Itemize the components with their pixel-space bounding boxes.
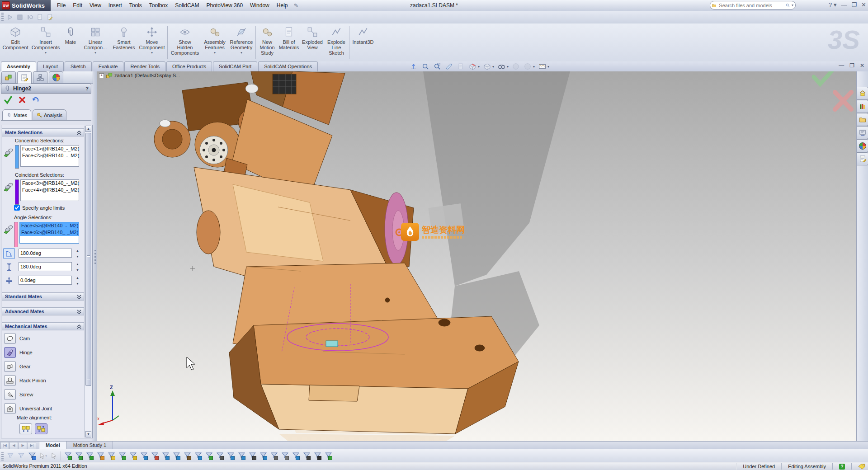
selection-filter-icon[interactable] bbox=[62, 451, 73, 461]
dropdown-arrow-icon[interactable]: ▾ bbox=[151, 51, 153, 55]
confirm-cancel-icon[interactable] bbox=[835, 92, 851, 109]
tab-mates[interactable]: Mates bbox=[2, 109, 31, 120]
panel-splitter[interactable] bbox=[93, 71, 97, 441]
help-icon[interactable]: ? bbox=[85, 86, 89, 91]
tab-motion-study-1[interactable]: Motion Study 1 bbox=[67, 442, 113, 449]
toolbar-grip[interactable] bbox=[1, 13, 4, 22]
section-view-icon[interactable] bbox=[444, 62, 453, 70]
angle-input[interactable] bbox=[19, 249, 72, 258]
collapse-icon[interactable] bbox=[76, 130, 82, 136]
close-button[interactable]: ✕ bbox=[861, 1, 866, 8]
menu-solidcam[interactable]: SolidCAM bbox=[171, 0, 203, 11]
selection-filter-icon[interactable] bbox=[182, 451, 193, 461]
minimize-button[interactable]: — bbox=[841, 1, 847, 8]
search-input[interactable] bbox=[718, 2, 784, 9]
selection-filter-icon[interactable] bbox=[214, 451, 225, 461]
graphics-viewport[interactable]: Z x + zadaca1 (Default<Display S... 智造资料… bbox=[97, 71, 856, 441]
mate-type-screw[interactable]: Screw bbox=[4, 388, 85, 401]
group-mechanical-mates[interactable]: Mechanical Mates bbox=[2, 322, 84, 330]
mate-type-hinge[interactable]: Hinge bbox=[4, 346, 85, 359]
select-tool-icon[interactable]: ▾ bbox=[38, 451, 48, 461]
mate-type-cam[interactable]: Cam bbox=[4, 332, 85, 345]
tab-model[interactable]: Model bbox=[39, 442, 67, 449]
cmd-reference-geometry[interactable]: Reference Geometry▾ bbox=[228, 24, 255, 61]
macro-pause-icon[interactable] bbox=[25, 12, 35, 22]
dropdown-arrow-icon[interactable]: ▾ bbox=[214, 51, 216, 55]
tab-render-tools[interactable]: Render Tools bbox=[124, 61, 165, 71]
help-menu-icon[interactable]: ? ▾ bbox=[829, 1, 836, 8]
minimum-value-input[interactable] bbox=[19, 276, 72, 285]
ok-button[interactable] bbox=[4, 95, 13, 104]
search-icon[interactable] bbox=[786, 2, 790, 8]
view-settings-icon[interactable] bbox=[538, 62, 547, 70]
list-item[interactable]: Face<1>@IRB140_-_M2( bbox=[21, 146, 79, 152]
selection-filter-icon[interactable] bbox=[236, 451, 247, 461]
scroll-up-arrow[interactable]: ▲ bbox=[85, 126, 91, 132]
tab-layout[interactable]: Layout bbox=[37, 61, 64, 71]
tab-appearances[interactable] bbox=[49, 71, 63, 83]
doc-restore-button[interactable]: ❐ bbox=[849, 62, 854, 69]
dropdown-arrow-icon[interactable]: ▾ bbox=[241, 51, 242, 55]
specify-angle-limits-checkbox[interactable] bbox=[14, 205, 20, 211]
selection-filter-icon[interactable] bbox=[203, 451, 214, 461]
cmd-new-motion-study[interactable]: New Motion Study bbox=[257, 24, 278, 61]
tab-office-products[interactable]: Office Products bbox=[166, 61, 212, 71]
selection-filter-icon[interactable] bbox=[106, 451, 117, 461]
tags-icon[interactable] bbox=[858, 464, 865, 470]
menu-view[interactable]: View bbox=[86, 0, 105, 11]
doc-minimize-button[interactable]: — bbox=[839, 62, 844, 69]
menu-photoview360[interactable]: PhotoView 360 bbox=[203, 0, 247, 11]
tab-design-library[interactable] bbox=[857, 100, 868, 113]
hide-show-items-icon[interactable] bbox=[497, 62, 506, 70]
selection-filter-icon[interactable] bbox=[312, 451, 323, 461]
selection-filter-icon[interactable] bbox=[149, 451, 160, 461]
dropdown-arrow-icon[interactable]: ▾ bbox=[45, 51, 47, 55]
list-item[interactable]: Face<3>@IRB140_-_M2( bbox=[21, 180, 79, 187]
tab-solidcam-operations[interactable]: SolidCAM Operations bbox=[258, 61, 318, 71]
mate-type-universal-joint[interactable]: Universal Joint bbox=[4, 402, 85, 415]
menu-tools[interactable]: Tools bbox=[126, 0, 146, 11]
undo-button[interactable] bbox=[32, 96, 40, 104]
tab-assembly[interactable]: Assembly bbox=[1, 61, 36, 71]
dropdown-arrow-icon[interactable]: ▾ bbox=[94, 51, 96, 55]
expand-icon[interactable] bbox=[76, 309, 82, 315]
collapse-icon[interactable] bbox=[76, 324, 82, 329]
angle-selection-list[interactable]: Face<5>@IRB140_-_M2( Face<6>@IRB140_-_M2… bbox=[19, 222, 79, 244]
tab-custom-properties[interactable] bbox=[857, 152, 868, 165]
selection-filter-icon[interactable] bbox=[290, 451, 301, 461]
group-mate-selections[interactable]: Mate Selections bbox=[2, 128, 84, 136]
cmd-assembly-features[interactable]: Assembly Features▾ bbox=[201, 24, 228, 61]
selection-filter-icon[interactable] bbox=[301, 451, 312, 461]
restore-button[interactable]: ❐ bbox=[851, 1, 857, 8]
selection-filter-icon[interactable] bbox=[279, 451, 290, 461]
clear-all-filters-icon[interactable] bbox=[16, 451, 27, 461]
mate-type-gear[interactable]: Gear bbox=[4, 360, 85, 373]
list-item[interactable]: Face<4>@IRB140_-_M2( bbox=[21, 187, 79, 193]
selection-filter-icon[interactable] bbox=[84, 451, 95, 461]
macro-record-icon[interactable] bbox=[35, 12, 45, 22]
zoom-to-area-icon[interactable] bbox=[433, 62, 442, 70]
anti-aligned-button[interactable] bbox=[35, 423, 47, 434]
aligned-button[interactable] bbox=[19, 423, 32, 434]
cmd-move-component[interactable]: Move Component▾ bbox=[137, 24, 166, 61]
cmd-explode-line-sketch[interactable]: Explode Line Sketch bbox=[325, 24, 348, 61]
macro-edit-icon[interactable] bbox=[45, 12, 55, 22]
tree-expand-icon[interactable]: + bbox=[99, 73, 104, 78]
cmd-smart-fasteners[interactable]: Smart Fasteners bbox=[110, 24, 137, 61]
selection-filter-icon[interactable] bbox=[171, 451, 182, 461]
clear-select-filters-icon[interactable] bbox=[27, 451, 38, 461]
quick-tips-icon[interactable]: ? bbox=[839, 464, 845, 470]
menu-toolbox[interactable]: Toolbox bbox=[146, 0, 171, 11]
cmd-exploded-view[interactable]: Exploded View bbox=[300, 24, 325, 61]
selection-filter-icon[interactable] bbox=[225, 451, 236, 461]
menu-help[interactable]: Help bbox=[273, 0, 292, 11]
doc-close-button[interactable]: ✕ bbox=[860, 62, 864, 69]
tab-view-palette[interactable] bbox=[857, 126, 868, 139]
search-box[interactable]: ▾ bbox=[710, 1, 796, 9]
menu-window[interactable]: Window bbox=[246, 0, 273, 11]
dropdown-arrow-icon[interactable]: ▾ bbox=[547, 65, 549, 69]
filter-toggle-icon[interactable] bbox=[5, 451, 16, 461]
coincident-selection-list[interactable]: Face<3>@IRB140_-_M2( Face<4>@IRB140_-_M2… bbox=[20, 179, 79, 201]
macro-stop-icon[interactable] bbox=[15, 12, 25, 22]
cmd-show-hidden-components[interactable]: Show Hidden Components bbox=[169, 24, 201, 61]
